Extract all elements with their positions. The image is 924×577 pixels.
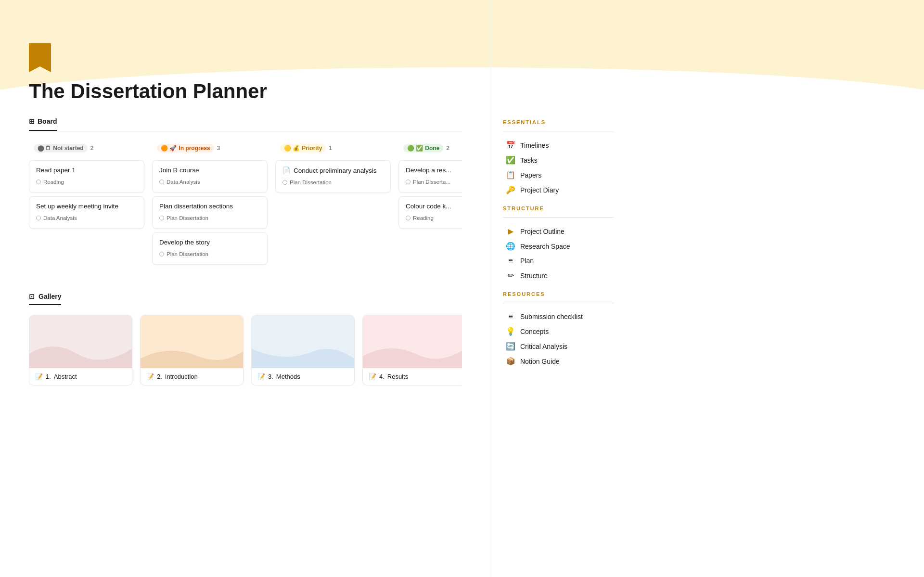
card-colour-code[interactable]: Colour code k... Reading: [398, 196, 462, 229]
card-tag-develop-story: Plan Dissertation: [159, 251, 208, 257]
card-tag-plan-sections: Plan Dissertation: [159, 215, 208, 221]
structure-divider: [503, 217, 614, 218]
tag-dot-3: [159, 180, 164, 184]
tag-label-data-analysis-2: Data Analysis: [167, 179, 200, 185]
sidebar-item-research-space[interactable]: 🌐 Research Space: [503, 239, 614, 253]
sidebar-item-submission-checklist[interactable]: ≡ Submission checklist: [503, 310, 614, 323]
tag-label-plan-diss-3: Plan Dissertation: [290, 180, 332, 185]
column-not-started: ⬤ 🗒 Not started 2 Read paper 1 Reading S…: [29, 141, 144, 269]
card-doc-icon: 📄: [282, 167, 291, 174]
sidebar-item-project-outline[interactable]: ▶ Project Outline: [503, 224, 614, 238]
card-tag-develop-res: Plan Disserta...: [406, 179, 450, 185]
sidebar-label-concepts: Concepts: [520, 328, 549, 335]
card-plan-dissertation-sections[interactable]: Plan dissertation sections Plan Disserta…: [152, 196, 268, 229]
tag-dot-6: [282, 180, 287, 185]
sidebar-item-notion-guide[interactable]: 📦 Notion Guide: [503, 354, 614, 368]
card-title-develop-res: Develop a res...: [406, 167, 462, 174]
sidebar-item-concepts[interactable]: 💡 Concepts: [503, 324, 614, 338]
research-icon: 🌐: [506, 242, 515, 251]
resources-divider: [503, 303, 614, 303]
gallery-card-num-methods: 3.: [268, 373, 273, 380]
sidebar-item-tasks[interactable]: ✅ Tasks: [503, 153, 614, 167]
gallery-tab-icon: ⊡: [29, 293, 35, 300]
gallery-card-img-results: [363, 315, 462, 368]
card-tag-conduct-analysis: Plan Dissertation: [282, 180, 332, 185]
gallery-card-icon-intro: 📝: [146, 373, 154, 380]
gallery-card-num-intro: 2.: [157, 373, 162, 380]
gallery-card-icon-results: 📝: [369, 373, 376, 380]
gallery-card-num-abstract: 1.: [46, 373, 51, 380]
in-progress-icon: 🟠 🚀: [161, 145, 177, 152]
gallery-card-icon-abstract: 📝: [35, 373, 43, 380]
tag-label-reading-2: Reading: [413, 215, 434, 221]
board-tab-label: Board: [38, 117, 57, 125]
card-title-read-paper: Read paper 1: [36, 167, 137, 174]
card-develop-story[interactable]: Develop the story Plan Dissertation: [152, 232, 268, 265]
column-header-priority: 🟡 💰 Priority 1: [275, 141, 391, 155]
column-done: 🟢 ✅ Done 2 Develop a res... Plan Dissert…: [398, 141, 462, 269]
tag-label-plan-diss-1: Plan Dissertation: [167, 215, 208, 221]
card-title-plan-sections: Plan dissertation sections: [159, 203, 260, 210]
card-conduct-analysis[interactable]: 📄 Conduct preliminary analysis Plan Diss…: [275, 160, 391, 193]
sidebar-label-project-diary: Project Diary: [520, 186, 559, 194]
gallery-card-img-abstract: [29, 315, 132, 368]
priority-icon: 🟡 💰: [284, 145, 300, 152]
notion-icon: 📦: [506, 357, 515, 366]
priority-badge: 🟡 💰 Priority: [280, 144, 326, 153]
gallery-card-label-intro: Introduction: [165, 373, 198, 380]
gallery-card-methods[interactable]: 📝 3. Methods: [251, 315, 355, 385]
essentials-divider: [503, 131, 614, 131]
tag-dot: [36, 180, 41, 184]
not-started-count: 2: [90, 145, 94, 152]
sidebar-item-structure[interactable]: ✏ Structure: [503, 269, 614, 282]
tag-label-reading: Reading: [43, 179, 64, 185]
gallery-wave-methods: [252, 339, 354, 368]
card-develop-res[interactable]: Develop a res... Plan Disserta...: [398, 160, 462, 192]
plan-icon: ≡: [506, 256, 515, 265]
gallery-card-body-results: 📝 4. Results: [363, 368, 462, 385]
gallery-card-label-results: Results: [387, 373, 408, 380]
gallery-wave-results: [363, 339, 462, 368]
gallery-card-introduction[interactable]: 📝 2. Introduction: [140, 315, 244, 385]
not-started-label: Not started: [53, 145, 83, 152]
column-header-not-started: ⬤ 🗒 Not started 2: [29, 141, 144, 155]
sidebar-label-critical-analysis: Critical Analysis: [520, 343, 567, 350]
gallery-card-img-methods: [252, 315, 354, 368]
sidebar-item-plan[interactable]: ≡ Plan: [503, 254, 614, 268]
tag-dot-8: [406, 216, 411, 220]
card-title-develop-story: Develop the story: [159, 239, 260, 246]
sidebar-label-plan: Plan: [520, 257, 534, 265]
sidebar-label-submission-checklist: Submission checklist: [520, 313, 583, 321]
card-tag-join-r: Data Analysis: [159, 179, 200, 185]
gallery-wave-abstract: [29, 339, 132, 368]
gallery-card-results[interactable]: 📝 4. Results: [362, 315, 462, 385]
card-title-conduct-analysis: 📄 Conduct preliminary analysis: [282, 167, 384, 174]
tab-board[interactable]: ⊞ Board: [29, 117, 57, 131]
card-read-paper[interactable]: Read paper 1 Reading: [29, 160, 144, 192]
column-in-progress: 🟠 🚀 In progress 3 Join R course Data Ana…: [152, 141, 268, 269]
sidebar-label-papers: Papers: [520, 171, 541, 179]
sidebar-item-critical-analysis[interactable]: 🔄 Critical Analysis: [503, 339, 614, 353]
done-label: Done: [425, 145, 439, 152]
card-weekly-meeting[interactable]: Set up weekly meeting invite Data Analys…: [29, 196, 144, 229]
concepts-icon: 💡: [506, 327, 515, 336]
sidebar-item-project-diary[interactable]: 🔑 Project Diary: [503, 183, 614, 197]
board: ⬤ 🗒 Not started 2 Read paper 1 Reading S…: [29, 141, 462, 273]
gallery-card-abstract[interactable]: 📝 1. Abstract: [29, 315, 132, 385]
card-join-r-course[interactable]: Join R course Data Analysis: [152, 160, 268, 192]
sidebar-item-timelines[interactable]: 📅 Timelines: [503, 138, 614, 152]
gallery-card-icon-methods: 📝: [257, 373, 265, 380]
card-tag-colour-code: Reading: [406, 215, 434, 221]
page-title: The Dissertation Planner: [29, 80, 462, 103]
checklist-icon: ≡: [506, 312, 515, 321]
gallery-wave-intro: [141, 339, 243, 368]
gallery-card-label-abstract: Abstract: [54, 373, 77, 380]
calendar-icon: 📅: [506, 141, 515, 150]
sidebar-item-papers[interactable]: 📋 Papers: [503, 168, 614, 182]
sidebar-section-resources: RESOURCES: [503, 291, 614, 297]
done-icon: 🟢 ✅: [407, 145, 423, 152]
gallery-card-body-introduction: 📝 2. Introduction: [141, 368, 243, 385]
card-tag-read-paper: Reading: [36, 179, 64, 185]
card-title-colour-code: Colour code k...: [406, 203, 462, 210]
tag-label-plan-diss-4: Plan Disserta...: [413, 179, 450, 185]
